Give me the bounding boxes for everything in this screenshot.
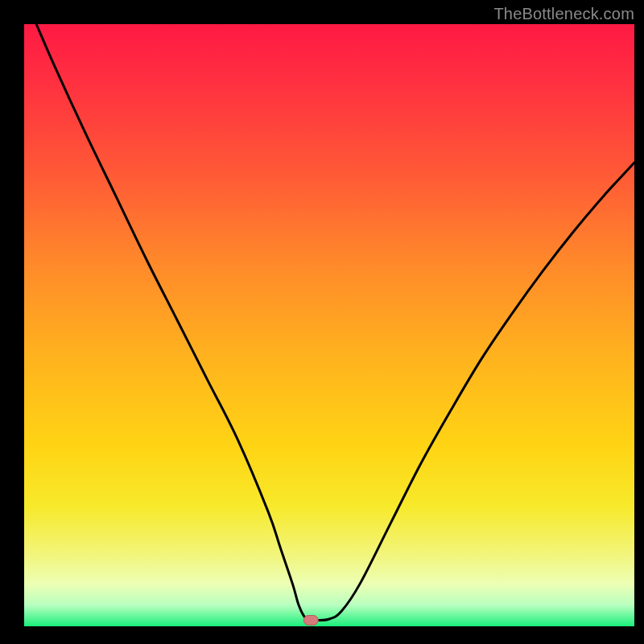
bottleneck-chart <box>0 0 644 644</box>
plot-background <box>24 24 634 626</box>
optimum-marker <box>303 616 318 625</box>
watermark-text: TheBottleneck.com <box>493 5 634 23</box>
chart-container: TheBottleneck.com <box>0 0 644 644</box>
